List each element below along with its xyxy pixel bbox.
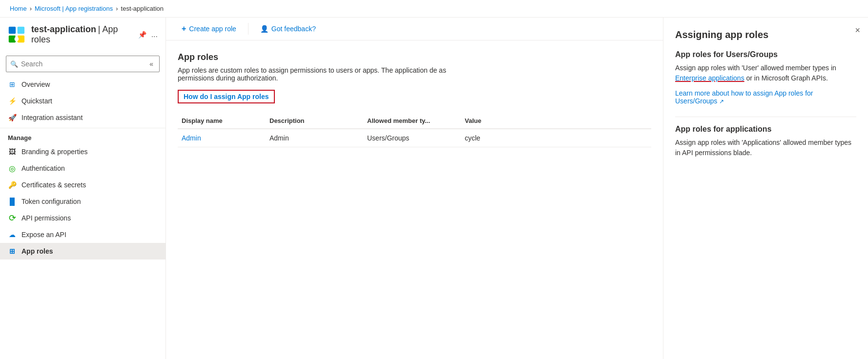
sidebar: test-application | App roles 📌 ... « Ove… — [0, 18, 166, 359]
token-icon — [8, 197, 17, 206]
main-content: Create app role Got feedback? App roles … — [166, 18, 663, 359]
plus-icon — [182, 24, 186, 33]
panel-section2-text: Assign app roles with 'Applications' all… — [675, 138, 856, 158]
search-input[interactable] — [21, 60, 145, 68]
app-header: test-application | App roles 📌 ... — [0, 18, 165, 52]
search-icon — [10, 60, 18, 68]
header-app-name: test-application | App roles — [31, 24, 128, 45]
row-description: Admin — [266, 134, 363, 142]
api-perm-icon — [8, 214, 17, 222]
col-allowed-member: Allowed member ty... — [363, 117, 461, 124]
nav-list: Overview Quickstart Integration assistan… — [0, 76, 165, 126]
sidebar-item-token[interactable]: Token configuration — [0, 193, 165, 210]
table-row: Admin Admin Users/Groups cycle — [178, 129, 651, 147]
manage-section-label: Manage — [0, 128, 165, 143]
learn-more-link[interactable]: Learn more about how to assign App roles… — [675, 89, 856, 105]
svg-point-5 — [15, 36, 18, 38]
pin-icon[interactable]: 📌 — [138, 31, 146, 39]
svg-rect-1 — [18, 27, 24, 34]
integration-icon — [8, 113, 17, 122]
sidebar-item-api-permissions[interactable]: API permissions — [0, 210, 165, 226]
breadcrumb-current: test-application — [121, 5, 164, 12]
certs-icon — [8, 180, 17, 189]
auth-icon — [8, 164, 17, 173]
sidebar-item-label: Certificates & secrets — [21, 181, 86, 189]
approles-icon — [8, 247, 17, 256]
sidebar-item-expose-api[interactable]: Expose an API — [0, 226, 165, 243]
branding-icon — [8, 147, 17, 156]
page-title: App roles — [178, 52, 651, 62]
sidebar-item-label: API permissions — [21, 214, 71, 222]
svg-rect-0 — [9, 27, 16, 34]
sidebar-item-integration[interactable]: Integration assistant — [0, 109, 165, 126]
panel-section1-text: Assign app roles with 'User' allowed mem… — [675, 63, 856, 83]
sidebar-item-authentication[interactable]: Authentication — [0, 160, 165, 177]
collapse-button[interactable]: « — [147, 58, 155, 70]
app-icon — [8, 25, 25, 44]
right-panel: Assigning app roles × App roles for User… — [663, 18, 868, 359]
sidebar-item-quickstart[interactable]: Quickstart — [0, 93, 165, 109]
header-icons[interactable]: 📌 ... — [138, 30, 158, 39]
overview-icon — [8, 80, 17, 89]
sidebar-item-label: Token configuration — [21, 198, 81, 205]
sidebar-item-label: Overview — [21, 80, 50, 88]
sidebar-item-label: Quickstart — [21, 97, 52, 105]
manage-nav-list: Branding & properties Authentication Cer… — [0, 143, 165, 259]
content-description: App roles are custom roles to assign per… — [178, 66, 471, 82]
col-value: Value — [461, 117, 519, 124]
toolbar: Create app role Got feedback? — [166, 18, 663, 40]
panel-divider — [675, 117, 856, 117]
panel-section2-title: App roles for applications — [675, 125, 856, 134]
breadcrumb-home[interactable]: Home — [10, 5, 27, 12]
sidebar-item-overview[interactable]: Overview — [0, 76, 165, 93]
table-header: Display name Description Allowed member … — [178, 113, 651, 129]
panel-section1-title: App roles for Users/Groups — [675, 50, 856, 59]
row-display-name[interactable]: Admin — [178, 134, 266, 142]
sidebar-item-certificates[interactable]: Certificates & secrets — [0, 177, 165, 193]
feedback-button[interactable]: Got feedback? — [256, 23, 320, 35]
col-display-name: Display name — [178, 117, 266, 124]
sidebar-item-app-roles[interactable]: App roles — [0, 243, 165, 259]
search-container: « — [6, 56, 160, 72]
content-body: App roles App roles are custom roles to … — [166, 40, 663, 159]
sidebar-item-label: Authentication — [21, 164, 65, 172]
quickstart-icon — [8, 97, 17, 105]
panel-title: Assigning app roles — [675, 29, 856, 40]
assign-app-roles-link[interactable]: How do I assign App roles — [178, 90, 275, 103]
app-roles-table: Display name Description Allowed member … — [178, 113, 651, 147]
breadcrumb: Home › Microsoft | App registrations › t… — [0, 0, 868, 18]
create-app-role-button[interactable]: Create app role — [178, 22, 240, 35]
sidebar-item-label: Integration assistant — [21, 114, 83, 121]
sidebar-item-label: Expose an API — [21, 231, 66, 239]
sidebar-item-label: App roles — [21, 247, 53, 255]
expose-icon — [8, 230, 17, 239]
row-value: cycle — [461, 134, 519, 142]
col-description: Description — [266, 117, 363, 124]
enterprise-applications-link[interactable]: Enterprise applications — [675, 74, 744, 82]
sidebar-item-branding[interactable]: Branding & properties — [0, 143, 165, 160]
close-panel-button[interactable]: × — [855, 25, 860, 36]
row-allowed-member: Users/Groups — [363, 134, 461, 142]
toolbar-separator — [248, 23, 248, 35]
breadcrumb-appregistrations[interactable]: Microsoft | App registrations — [35, 5, 113, 12]
sidebar-item-label: Branding & properties — [21, 148, 87, 156]
more-icon[interactable]: ... — [151, 30, 158, 39]
feedback-icon — [260, 25, 269, 33]
